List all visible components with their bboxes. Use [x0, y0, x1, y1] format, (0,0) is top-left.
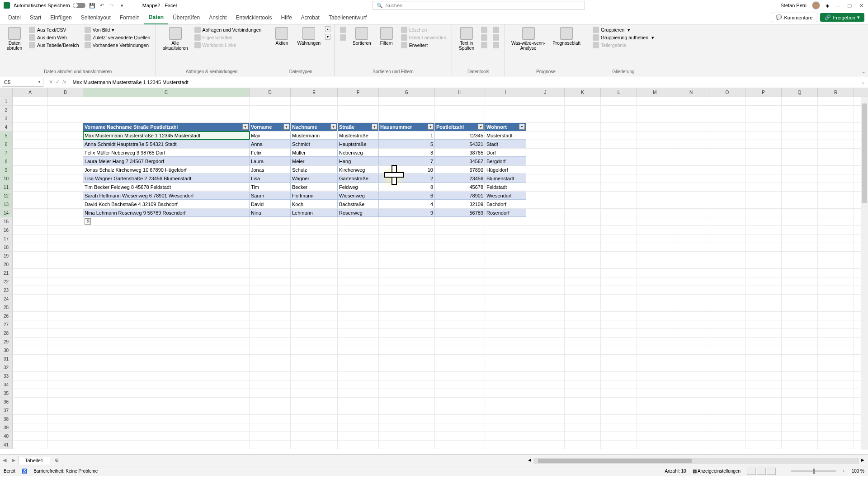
cell[interactable]: Hausnummer▼	[379, 123, 435, 131]
cell[interactable]	[601, 157, 637, 165]
cell[interactable]	[565, 114, 601, 122]
cell[interactable]	[485, 269, 526, 277]
cell[interactable]	[745, 295, 782, 303]
cell[interactable]	[379, 303, 435, 311]
cell[interactable]: Nina	[250, 209, 291, 217]
cell[interactable]	[565, 174, 601, 183]
cell[interactable]	[379, 355, 435, 363]
cell[interactable]	[818, 209, 854, 217]
cell[interactable]	[673, 131, 709, 140]
cell[interactable]	[485, 423, 526, 432]
fx-icon[interactable]: fx	[62, 79, 66, 85]
tab-daten[interactable]: Daten	[144, 11, 168, 24]
cell[interactable]	[435, 380, 485, 389]
cell[interactable]	[782, 406, 818, 414]
cell[interactable]	[48, 312, 83, 320]
cell[interactable]	[291, 114, 338, 122]
cell[interactable]	[526, 406, 565, 414]
cell[interactable]	[709, 114, 745, 122]
cell[interactable]	[338, 295, 379, 303]
cell[interactable]	[601, 131, 637, 140]
cell[interactable]	[709, 106, 745, 114]
cell[interactable]	[818, 200, 854, 208]
cell[interactable]	[526, 363, 565, 371]
cell[interactable]	[782, 277, 818, 286]
cell[interactable]	[526, 303, 565, 311]
cell[interactable]: Wagner	[291, 174, 338, 183]
cell[interactable]	[13, 423, 48, 432]
cell[interactable]	[745, 97, 782, 105]
autosave-toggle[interactable]: Automatisches Speichern	[14, 3, 85, 8]
cell[interactable]	[485, 380, 526, 389]
cell[interactable]	[250, 303, 291, 311]
cell[interactable]	[565, 320, 601, 328]
row-header[interactable]: 39	[0, 423, 13, 432]
cell[interactable]: Gartenstraße	[338, 174, 379, 183]
cell[interactable]	[48, 183, 83, 191]
aus-web-button[interactable]: Aus dem Web	[27, 34, 81, 41]
cell[interactable]	[83, 406, 250, 414]
cell[interactable]	[526, 166, 565, 174]
cell[interactable]	[565, 389, 601, 397]
cell[interactable]	[818, 338, 854, 346]
cell[interactable]	[818, 303, 854, 311]
cell[interactable]	[250, 415, 291, 423]
cell[interactable]	[485, 363, 526, 371]
cell[interactable]	[601, 200, 637, 208]
cell[interactable]	[435, 346, 485, 354]
cell[interactable]	[485, 295, 526, 303]
waehrungen-button[interactable]: Währungen	[294, 26, 323, 47]
cell[interactable]	[818, 106, 854, 114]
cell[interactable]	[379, 295, 435, 303]
cell[interactable]	[250, 355, 291, 363]
cell[interactable]	[818, 131, 854, 140]
cell[interactable]	[435, 303, 485, 311]
cell[interactable]: 34567	[435, 157, 485, 165]
cell[interactable]	[250, 277, 291, 286]
cell[interactable]	[526, 192, 565, 200]
cell[interactable]: Max Mustermann Musterstraße 1 12345 Must…	[83, 131, 250, 140]
cell[interactable]	[782, 252, 818, 260]
data-val-button[interactable]	[479, 42, 489, 49]
cell[interactable]: Hoffmann	[291, 192, 338, 200]
row-header[interactable]: 11	[0, 183, 13, 192]
cell[interactable]	[48, 286, 83, 294]
cell[interactable]	[673, 157, 709, 165]
cell[interactable]	[338, 243, 379, 251]
cell[interactable]	[782, 166, 818, 174]
cell[interactable]	[818, 235, 854, 243]
cell[interactable]	[637, 140, 673, 148]
cell[interactable]	[291, 269, 338, 277]
cell[interactable]	[13, 355, 48, 363]
cell[interactable]: Bergdorf	[485, 157, 526, 165]
cell[interactable]	[48, 320, 83, 328]
cell[interactable]: 1	[379, 131, 435, 140]
cell[interactable]: 56789	[435, 209, 485, 217]
cell[interactable]	[673, 106, 709, 114]
cell[interactable]	[526, 380, 565, 389]
qat-dropdown-icon[interactable]: ▾	[119, 2, 125, 9]
cell[interactable]	[782, 174, 818, 183]
cell[interactable]	[526, 140, 565, 148]
cell[interactable]	[637, 295, 673, 303]
cell[interactable]	[818, 166, 854, 174]
row-header[interactable]: 27	[0, 320, 13, 329]
name-box[interactable]: C5 ▼	[2, 78, 43, 87]
cell[interactable]	[782, 97, 818, 105]
cell[interactable]	[782, 114, 818, 122]
tab-datei[interactable]: Datei	[4, 11, 25, 24]
row-header[interactable]: 14	[0, 209, 13, 217]
sortieren-button[interactable]: Sortieren	[350, 26, 374, 47]
cell[interactable]	[83, 338, 250, 346]
smart-tag-icon[interactable]: ⎘	[85, 218, 91, 225]
cell[interactable]	[435, 243, 485, 251]
cell[interactable]	[13, 174, 48, 183]
cell[interactable]	[782, 260, 818, 268]
cell[interactable]	[485, 398, 526, 406]
zoom-level[interactable]: 100 %	[852, 469, 864, 474]
cell[interactable]	[485, 286, 526, 294]
vorhandene-button[interactable]: Vorhandene Verbindungen	[83, 42, 152, 49]
cell[interactable]: Hang	[338, 157, 379, 165]
col-header[interactable]: Q	[782, 88, 818, 97]
cell[interactable]	[782, 372, 818, 380]
